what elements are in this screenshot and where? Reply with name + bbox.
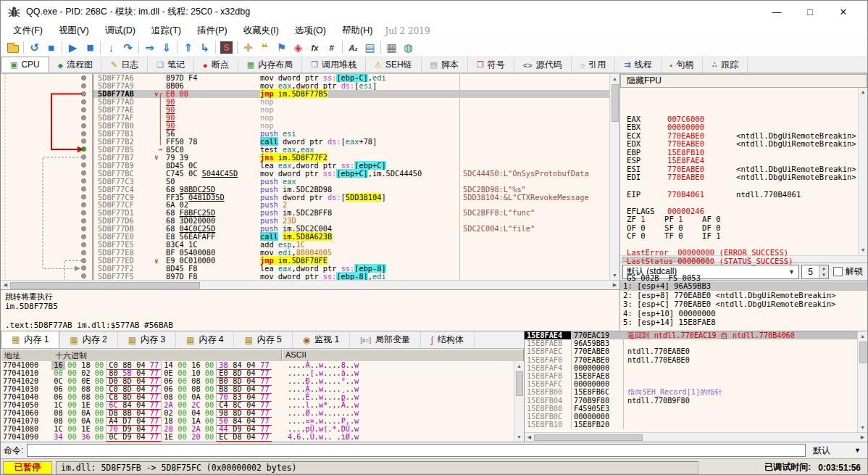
disasm-row[interactable]: 5D8F77B2 │FF50 78call dword ptr ds:[eax+… bbox=[1, 138, 609, 146]
hide-fpu-button[interactable]: 隐藏FPU bbox=[620, 74, 867, 88]
restart-icon[interactable]: ↺ bbox=[26, 40, 43, 56]
memory-ascii[interactable]: ....Ð..w....°..w bbox=[282, 377, 359, 385]
breakpoint-dot[interactable] bbox=[81, 210, 86, 215]
memory-ascii[interactable]: ....È..w....p..w bbox=[282, 393, 359, 401]
breakpoint-dot[interactable] bbox=[81, 162, 86, 168]
stack-address[interactable]: 15E8FAF4 bbox=[525, 364, 571, 372]
call-arguments-view[interactable]: 1: [esp+4] 96A59BB32: [esp+8] 770EABE0 <… bbox=[620, 280, 867, 331]
column-header-hex[interactable]: 十六进制 bbox=[51, 349, 282, 361]
scroll-down-icon[interactable]: ▼ bbox=[858, 423, 867, 432]
disasm-row-main[interactable]: 5D8F77B1 │56push esi bbox=[92, 130, 609, 138]
disasm-comment[interactable] bbox=[459, 241, 609, 249]
registers-view[interactable]: ▲ ▼ EAX007C6000EBX00000000ECX770EABE0<nt… bbox=[620, 88, 867, 255]
disasm-row[interactable]: 5D8F77AF │90nop bbox=[1, 114, 609, 122]
scroll-right-icon[interactable]: ▶ bbox=[610, 281, 619, 290]
stack-address[interactable]: 15E8FAE4 bbox=[525, 331, 571, 339]
disasm-row-main[interactable]: 5D8F77B0 │90nop bbox=[92, 122, 609, 130]
disasm-address[interactable]: 5D8F77A6 bbox=[92, 74, 154, 82]
tab-seh-chain[interactable]: ⚠SEH链 bbox=[366, 57, 422, 73]
disasm-gutter[interactable] bbox=[1, 114, 92, 122]
scroll-up-icon[interactable]: ▲ bbox=[610, 74, 619, 83]
scroll-up-icon[interactable]: ▲ bbox=[859, 88, 868, 97]
disasm-gutter[interactable] bbox=[1, 177, 92, 185]
disasm-address[interactable]: 5D8F77B0 bbox=[92, 122, 154, 130]
disasm-gutter[interactable] bbox=[1, 233, 92, 241]
flag-cf[interactable]: CF 0 bbox=[627, 232, 664, 241]
disasm-address[interactable]: 5D8F77DB bbox=[92, 225, 154, 233]
disasm-address[interactable]: 5D8F77CF bbox=[92, 201, 154, 209]
stack-value[interactable]: 770EABE0 bbox=[571, 347, 623, 355]
menu-item-f[interactable]: 文件(F) bbox=[5, 23, 51, 38]
scrollbar-thumb[interactable] bbox=[534, 434, 643, 441]
stack-address[interactable]: 15E8FAF8 bbox=[525, 372, 571, 380]
stack-address[interactable]: 15E8FAF0 bbox=[525, 356, 571, 364]
disasm-address[interactable]: 5D8F77AE bbox=[92, 106, 154, 114]
maximize-icon[interactable]: □ bbox=[793, 2, 827, 22]
stack-value[interactable]: 00000000 bbox=[571, 364, 623, 372]
disasm-gutter[interactable] bbox=[1, 130, 92, 138]
stack-value[interactable]: 00000000 bbox=[571, 413, 623, 421]
disasm-gutter[interactable] bbox=[1, 98, 92, 106]
memory-address[interactable]: 77041030 bbox=[1, 385, 51, 393]
breakpoint-dot[interactable] bbox=[81, 99, 86, 104]
tab-log[interactable]: ✎日志 bbox=[102, 57, 148, 73]
disasm-address[interactable]: 5D8F77B7 bbox=[92, 153, 154, 161]
disasm-row-main[interactable]: 5D8F77C468 98BDC25Dpush im.5DC2BD985DC2B… bbox=[92, 185, 609, 193]
column-header-address[interactable]: 地址 bbox=[1, 349, 51, 361]
scroll-left-icon[interactable]: ◀ bbox=[1, 281, 10, 290]
stack-vertical-scrollbar[interactable]: ▲ ▼ bbox=[857, 331, 867, 432]
disasm-gutter[interactable] bbox=[1, 90, 92, 98]
disasm-row-main[interactable]: 5D8F77B2 │FF50 78call dword ptr ds:[eax+… bbox=[92, 138, 609, 146]
scrollbar-thumb[interactable] bbox=[516, 371, 523, 396]
tab-locals[interactable]: [x=]局部变量 bbox=[350, 331, 421, 348]
stack-address[interactable]: 15E8FAEC bbox=[525, 347, 571, 355]
tab-cpu[interactable]: ▣CPU bbox=[1, 57, 49, 73]
memory-row[interactable]: 7704100016001800C08B04771400160038840477… bbox=[1, 361, 514, 369]
stack-row[interactable]: 15E8FB08F45905E3 bbox=[525, 405, 857, 413]
disasm-row-main[interactable]: 5D8F77AB∨┌EB 08jmp im.5D8F77B5 bbox=[92, 90, 609, 98]
menu-item-v[interactable]: 视图(V) bbox=[51, 23, 97, 38]
disasm-gutter[interactable] bbox=[1, 249, 92, 257]
flag-tf[interactable]: TF 0 bbox=[664, 232, 702, 241]
disasm-row[interactable]: 5D8F77E8BF 05400080mov edi,80004005 bbox=[1, 249, 609, 257]
disasm-gutter[interactable] bbox=[1, 153, 92, 161]
disasm-comment[interactable] bbox=[459, 217, 609, 225]
disasm-address[interactable]: 5D8F77B5 bbox=[92, 145, 154, 153]
disasm-comment[interactable]: 5DC2C004:L"file" bbox=[459, 225, 609, 233]
tab-watch1[interactable]: ◉监视 1 bbox=[293, 331, 351, 348]
stack-row[interactable]: 15E8FAE896A59BB3 bbox=[525, 339, 857, 347]
run-to-cursor-icon[interactable]: ⇒ bbox=[141, 40, 158, 56]
disasm-row[interactable]: 5D8F77C350push eax bbox=[1, 177, 609, 185]
minimize-icon[interactable]: — bbox=[760, 2, 793, 22]
breakpoint-dot[interactable] bbox=[81, 250, 86, 255]
memory-byte[interactable]: 36 bbox=[79, 433, 93, 442]
memory-row[interactable]: 770410801C001E0070D9047728002A0044D90477… bbox=[1, 425, 514, 433]
registers-vertical-scrollbar[interactable]: ▲ ▼ bbox=[858, 88, 867, 255]
memory-row[interactable]: 7704107008000A00A4D7047718001A0050840477… bbox=[1, 417, 514, 425]
disasm-row-main[interactable]: 5D8F77A6897D F4mov dword ptr ss:[ebp-C],… bbox=[92, 74, 609, 82]
functions-icon[interactable]: fx bbox=[306, 40, 323, 56]
breakpoint-dot[interactable] bbox=[81, 170, 86, 175]
disasm-gutter[interactable] bbox=[1, 106, 92, 114]
disasm-gutter[interactable] bbox=[1, 193, 92, 201]
stack-value[interactable]: 770EABE0 bbox=[571, 356, 623, 364]
menu-item-h[interactable]: 帮助(H) bbox=[334, 23, 380, 38]
breakpoint-dot[interactable] bbox=[81, 131, 86, 136]
stack-view[interactable]: 15E8FAE4770EAC19返回到 ntdll.770EAC19 自 ntd… bbox=[525, 331, 857, 432]
tab-handles[interactable]: ▪句柄 bbox=[662, 57, 704, 73]
disasm-address[interactable]: 5D8F77AD bbox=[92, 98, 154, 106]
memory-byte[interactable]: 00 bbox=[203, 433, 217, 442]
breakpoint-dot[interactable] bbox=[81, 154, 86, 160]
memory-byte[interactable]: 77 bbox=[148, 433, 162, 442]
disasm-comment[interactable] bbox=[459, 98, 609, 106]
disasm-row[interactable]: 5D8F77ED∨E9 0C010000jmp im.5D8F78FE bbox=[1, 257, 609, 265]
stack-value[interactable]: 00000000 bbox=[571, 380, 623, 388]
scroll-down-icon[interactable]: ▼ bbox=[514, 432, 524, 442]
disasm-comment[interactable] bbox=[459, 138, 609, 146]
internet-icon[interactable]: ◍ bbox=[400, 40, 417, 56]
disasm-comment[interactable] bbox=[459, 114, 609, 122]
disasm-gutter[interactable] bbox=[1, 257, 92, 265]
stack-address[interactable]: 15E8FAFC bbox=[525, 380, 571, 388]
memory-byte[interactable]: 77 bbox=[258, 433, 272, 442]
disasm-row-main[interactable]: 5D8F77AE │90nop bbox=[92, 106, 609, 114]
